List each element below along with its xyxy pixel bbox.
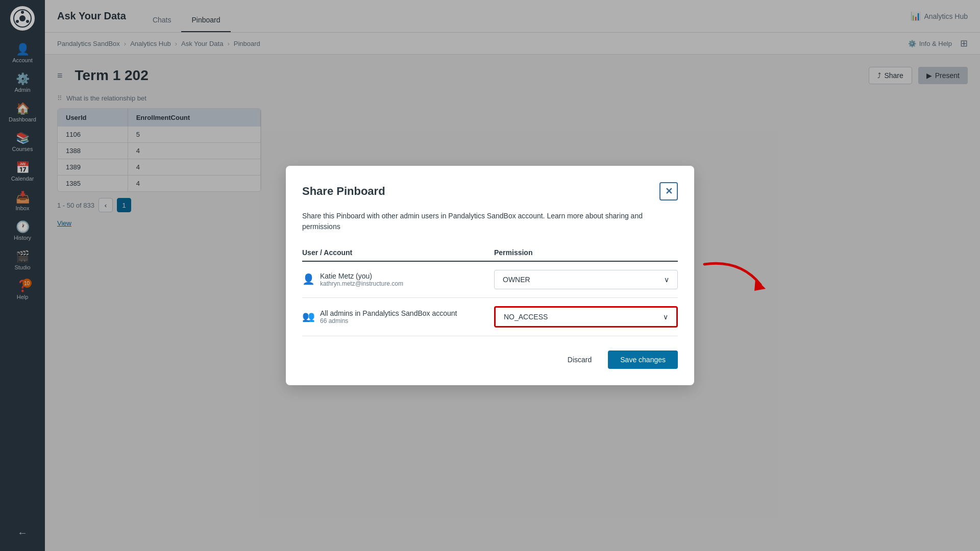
modal-description: Share this Pinboard with other admin use…: [302, 211, 678, 232]
user-name-katie: Katie Metz (you): [320, 272, 403, 280]
user-details-admins: All admins in Pandalytics SandBox accoun…: [320, 309, 457, 324]
column-header-user: User / Account: [302, 248, 494, 257]
permission-select-admins[interactable]: NO_ACCESS ∨: [494, 306, 678, 328]
user-name-admins: All admins in Pandalytics SandBox accoun…: [320, 309, 457, 317]
svg-marker-5: [754, 279, 766, 291]
share-table-header: User / Account Permission: [302, 244, 678, 262]
modal-title: Share Pinboard: [302, 185, 385, 198]
modal-header: Share Pinboard ✕: [302, 182, 678, 201]
share-row-katie: 👤 Katie Metz (you) kathryn.metz@instruct…: [302, 262, 678, 298]
column-header-permission: Permission: [494, 248, 678, 257]
modal-overlay: Share Pinboard ✕ Share this Pinboard wit…: [0, 0, 980, 551]
user-avatar-icon-admins: 👥: [302, 310, 315, 322]
user-info-admins: 👥 All admins in Pandalytics SandBox acco…: [302, 309, 494, 324]
save-changes-button[interactable]: Save changes: [608, 350, 678, 369]
permission-value-katie: OWNER: [503, 276, 530, 284]
user-avatar-icon-katie: 👤: [302, 273, 315, 285]
annotation-arrow: [699, 254, 766, 297]
permission-select-katie[interactable]: OWNER ∨: [494, 270, 678, 289]
modal-container: Share Pinboard ✕ Share this Pinboard wit…: [286, 166, 694, 385]
permission-value-admins: NO_ACCESS: [504, 313, 548, 321]
user-info-katie: 👤 Katie Metz (you) kathryn.metz@instruct…: [302, 272, 494, 287]
discard-button[interactable]: Discard: [559, 352, 600, 368]
share-modal: Share Pinboard ✕ Share this Pinboard wit…: [286, 166, 694, 385]
user-sub-admins: 66 admins: [320, 317, 457, 324]
modal-close-button[interactable]: ✕: [659, 182, 678, 201]
user-email-katie: kathryn.metz@instructure.com: [320, 280, 403, 287]
share-row-admins: 👥 All admins in Pandalytics SandBox acco…: [302, 298, 678, 336]
chevron-down-icon-katie: ∨: [664, 276, 669, 284]
chevron-down-icon-admins: ∨: [663, 313, 668, 321]
modal-footer: Discard Save changes: [302, 350, 678, 369]
user-details-katie: Katie Metz (you) kathryn.metz@instructur…: [320, 272, 403, 287]
